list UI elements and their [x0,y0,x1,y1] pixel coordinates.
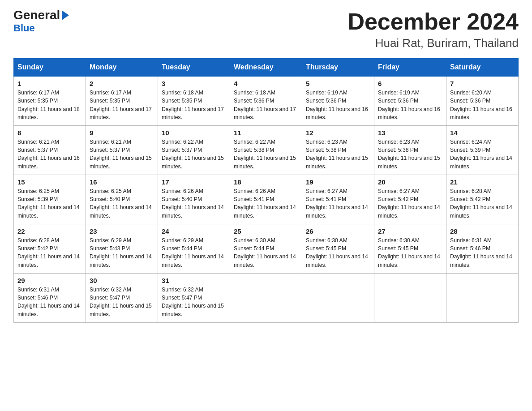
day-info: Sunrise: 6:30 AM Sunset: 5:45 PM Dayligh… [378,236,442,269]
calendar-cell: 27 Sunrise: 6:30 AM Sunset: 5:45 PM Dayl… [374,224,446,273]
header-day-sunday: Sunday [14,59,86,77]
header-day-monday: Monday [86,59,158,77]
calendar-cell: 4 Sunrise: 6:18 AM Sunset: 5:36 PM Dayli… [230,76,302,125]
day-number: 6 [378,80,442,87]
day-number: 14 [450,129,515,137]
sunrise-label: Sunrise: 6:20 AM [450,90,492,96]
day-number: 23 [90,227,154,235]
day-info: Sunrise: 6:32 AM Sunset: 5:47 PM Dayligh… [162,286,226,318]
calendar-cell [230,273,302,322]
header-day-wednesday: Wednesday [230,59,302,77]
daylight-label: Daylight: 11 hours and 14 minutes. [162,253,224,268]
sunrise-label: Sunrise: 6:30 AM [306,237,348,244]
daylight-label: Daylight: 11 hours and 15 minutes. [162,155,224,169]
day-info: Sunrise: 6:31 AM Sunset: 5:46 PM Dayligh… [17,286,82,318]
day-number: 20 [378,178,442,186]
day-number: 4 [234,80,298,87]
day-info: Sunrise: 6:17 AM Sunset: 5:35 PM Dayligh… [17,89,82,121]
day-info: Sunrise: 6:23 AM Sunset: 5:38 PM Dayligh… [306,138,370,171]
sunset-label: Sunset: 5:47 PM [162,295,202,301]
sunrise-label: Sunrise: 6:26 AM [234,188,275,194]
header-day-saturday: Saturday [446,59,519,77]
sunrise-label: Sunrise: 6:31 AM [17,287,59,293]
day-info: Sunrise: 6:19 AM Sunset: 5:36 PM Dayligh… [378,89,442,121]
sunset-label: Sunset: 5:45 PM [306,245,346,252]
day-info: Sunrise: 6:25 AM Sunset: 5:40 PM Dayligh… [90,187,154,220]
calendar-title: December 2024 [348,9,519,34]
sunrise-label: Sunrise: 6:28 AM [450,188,492,194]
sunset-label: Sunset: 5:35 PM [162,98,202,104]
sunset-label: Sunset: 5:36 PM [378,98,418,104]
calendar-cell: 30 Sunrise: 6:32 AM Sunset: 5:47 PM Dayl… [86,273,158,322]
daylight-label: Daylight: 11 hours and 14 minutes. [90,204,152,218]
sunset-label: Sunset: 5:41 PM [306,196,346,202]
calendar-cell: 25 Sunrise: 6:30 AM Sunset: 5:44 PM Dayl… [230,224,302,273]
calendar-cell: 22 Sunrise: 6:28 AM Sunset: 5:42 PM Dayl… [14,224,86,273]
calendar-cell: 15 Sunrise: 6:25 AM Sunset: 5:39 PM Dayl… [14,175,86,224]
daylight-label: Daylight: 11 hours and 15 minutes. [234,155,296,169]
daylight-label: Daylight: 11 hours and 15 minutes. [90,155,152,169]
sunrise-label: Sunrise: 6:24 AM [450,139,492,145]
calendar-cell: 5 Sunrise: 6:19 AM Sunset: 5:36 PM Dayli… [302,76,374,125]
daylight-label: Daylight: 11 hours and 16 minutes. [450,106,512,120]
calendar-header-row: SundayMondayTuesdayWednesdayThursdayFrid… [14,59,519,77]
sunset-label: Sunset: 5:42 PM [17,245,58,252]
day-info: Sunrise: 6:21 AM Sunset: 5:37 PM Dayligh… [90,138,154,171]
sunset-label: Sunset: 5:38 PM [378,147,418,153]
sunset-label: Sunset: 5:37 PM [162,147,202,153]
day-info: Sunrise: 6:29 AM Sunset: 5:44 PM Dayligh… [162,236,226,269]
calendar-cell: 24 Sunrise: 6:29 AM Sunset: 5:44 PM Dayl… [158,224,230,273]
day-info: Sunrise: 6:30 AM Sunset: 5:45 PM Dayligh… [306,236,370,269]
day-info: Sunrise: 6:31 AM Sunset: 5:46 PM Dayligh… [450,236,515,269]
sunrise-label: Sunrise: 6:19 AM [378,90,420,96]
daylight-label: Daylight: 11 hours and 17 minutes. [234,106,296,120]
day-number: 28 [450,227,515,235]
daylight-label: Daylight: 11 hours and 18 minutes. [17,106,80,120]
daylight-label: Daylight: 11 hours and 14 minutes. [450,253,512,268]
day-number: 31 [162,277,226,284]
sunrise-label: Sunrise: 6:30 AM [234,237,275,244]
sunrise-label: Sunrise: 6:17 AM [90,90,131,96]
sunrise-label: Sunrise: 6:19 AM [306,90,348,96]
calendar-cell [446,273,519,322]
calendar-cell: 8 Sunrise: 6:21 AM Sunset: 5:37 PM Dayli… [14,125,86,175]
sunset-label: Sunset: 5:42 PM [450,196,490,202]
daylight-label: Daylight: 11 hours and 14 minutes. [90,253,152,268]
sunrise-label: Sunrise: 6:22 AM [162,139,203,145]
sunset-label: Sunset: 5:46 PM [17,295,58,301]
sunrise-label: Sunrise: 6:30 AM [378,237,420,244]
logo-arrow-icon [62,10,69,20]
sunrise-label: Sunrise: 6:21 AM [90,139,131,145]
day-number: 13 [378,129,442,137]
calendar-week-row: 15 Sunrise: 6:25 AM Sunset: 5:39 PM Dayl… [14,175,519,224]
day-info: Sunrise: 6:30 AM Sunset: 5:44 PM Dayligh… [234,236,298,269]
calendar-cell: 23 Sunrise: 6:29 AM Sunset: 5:43 PM Dayl… [86,224,158,273]
day-number: 11 [234,129,298,137]
sunset-label: Sunset: 5:38 PM [234,147,274,153]
sunset-label: Sunset: 5:35 PM [17,98,58,104]
sunset-label: Sunset: 5:40 PM [162,196,202,202]
sunset-label: Sunset: 5:42 PM [378,196,418,202]
sunset-label: Sunset: 5:44 PM [234,245,274,252]
calendar-cell: 2 Sunrise: 6:17 AM Sunset: 5:35 PM Dayli… [86,76,158,125]
sunrise-label: Sunrise: 6:25 AM [17,188,59,194]
day-number: 3 [162,80,226,87]
calendar-cell: 29 Sunrise: 6:31 AM Sunset: 5:46 PM Dayl… [14,273,86,322]
calendar-week-row: 8 Sunrise: 6:21 AM Sunset: 5:37 PM Dayli… [14,125,519,175]
day-number: 27 [378,227,442,235]
header-day-thursday: Thursday [302,59,374,77]
header-day-friday: Friday [374,59,446,77]
day-number: 9 [90,129,154,137]
logo-blue-text: Blue [13,22,35,34]
day-number: 16 [90,178,154,186]
calendar-table: SundayMondayTuesdayWednesdayThursdayFrid… [13,58,519,323]
sunrise-label: Sunrise: 6:25 AM [90,188,131,194]
day-info: Sunrise: 6:19 AM Sunset: 5:36 PM Dayligh… [306,89,370,121]
sunset-label: Sunset: 5:46 PM [450,245,490,252]
daylight-label: Daylight: 11 hours and 14 minutes. [17,253,80,268]
day-number: 12 [306,129,370,137]
day-number: 5 [306,80,370,87]
calendar-cell [374,273,446,322]
day-info: Sunrise: 6:29 AM Sunset: 5:43 PM Dayligh… [90,236,154,269]
daylight-label: Daylight: 11 hours and 14 minutes. [162,204,224,218]
